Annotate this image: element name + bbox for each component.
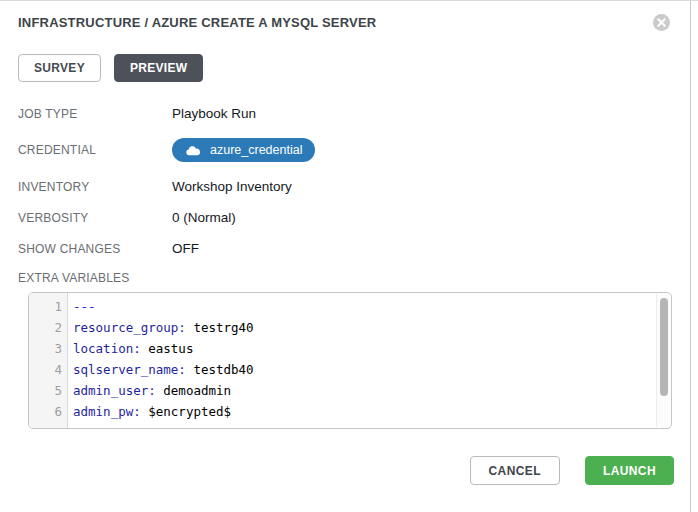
credential-badge-label: azure_credential: [210, 143, 302, 157]
code-line: admin_pw: $encrypted$: [73, 401, 653, 422]
code-line: [73, 422, 653, 429]
line-number: 1: [29, 296, 67, 317]
code-line: sqlserver_name: testdb40: [73, 359, 653, 380]
extra-variables-label: EXTRA VARIABLES: [18, 271, 172, 285]
code-line: admin_user: demoadmin: [73, 380, 653, 401]
line-number: 5: [29, 380, 67, 401]
code-line: location: eastus: [73, 338, 653, 359]
detail-label: INVENTORY: [18, 180, 172, 194]
cancel-button[interactable]: CANCEL: [470, 456, 560, 485]
line-number: 7: [29, 422, 67, 429]
detail-label: JOB TYPE: [18, 107, 172, 121]
line-number: 6: [29, 401, 67, 422]
cloud-icon: [185, 145, 201, 156]
job-details: JOB TYPE Playbook Run CREDENTIAL azure_c…: [0, 98, 698, 264]
detail-label: VERBOSITY: [18, 211, 172, 225]
job-launch-preview-modal: INFRASTRUCTURE / AZURE CREATE A MYSQL SE…: [0, 0, 698, 512]
tab-preview[interactable]: PREVIEW: [114, 54, 203, 82]
extra-variables-label-row: EXTRA VARIABLES: [0, 264, 698, 292]
editor-scrollbar-thumb[interactable]: [660, 298, 668, 396]
line-number: 4: [29, 359, 67, 380]
extra-variables-editor[interactable]: 1 2 3 4 5 6 7 --- resource_group: testrg…: [28, 292, 672, 429]
detail-row-credential: CREDENTIAL azure_credential: [18, 129, 698, 171]
close-button[interactable]: [653, 14, 670, 31]
detail-row-show-changes: SHOW CHANGES OFF: [18, 233, 698, 264]
editor-gutter: 1 2 3 4 5 6 7: [29, 293, 68, 428]
detail-value: Workshop Inventory: [172, 179, 292, 194]
detail-label: CREDENTIAL: [18, 143, 172, 157]
modal-footer: CANCEL LAUNCH: [0, 456, 698, 485]
tab-survey[interactable]: SURVEY: [18, 54, 101, 82]
modal-header: INFRASTRUCTURE / AZURE CREATE A MYSQL SE…: [0, 1, 698, 31]
line-number: 3: [29, 338, 67, 359]
detail-row-job-type: JOB TYPE Playbook Run: [18, 98, 698, 129]
detail-row-verbosity: VERBOSITY 0 (Normal): [18, 202, 698, 233]
tab-bar: SURVEY PREVIEW: [0, 54, 698, 82]
page-scroll-divider: [690, 1, 691, 512]
detail-value: OFF: [172, 241, 199, 256]
close-icon: [657, 18, 666, 27]
code-line: ---: [73, 296, 653, 317]
line-number: 2: [29, 317, 67, 338]
editor-code-area[interactable]: --- resource_group: testrg40 location: e…: [68, 293, 671, 428]
detail-row-inventory: INVENTORY Workshop Inventory: [18, 171, 698, 202]
yaml-doc-separator: ---: [73, 299, 96, 314]
detail-value: 0 (Normal): [172, 210, 236, 225]
modal-title: INFRASTRUCTURE / AZURE CREATE A MYSQL SE…: [18, 15, 376, 30]
launch-button[interactable]: LAUNCH: [585, 456, 674, 485]
detail-value: Playbook Run: [172, 106, 256, 121]
code-line: resource_group: testrg40: [73, 317, 653, 338]
detail-label: SHOW CHANGES: [18, 242, 172, 256]
credential-badge[interactable]: azure_credential: [172, 138, 315, 162]
